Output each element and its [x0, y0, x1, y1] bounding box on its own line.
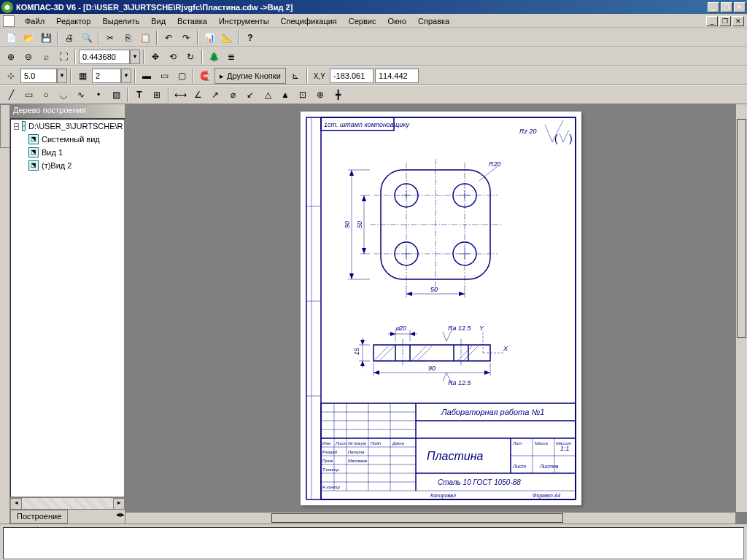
tree-hscroll[interactable]: ◂ ▸: [10, 497, 125, 509]
magnet-icon[interactable]: 🧲: [197, 68, 213, 84]
rough-icon[interactable]: △: [260, 87, 276, 103]
dim-linear-icon[interactable]: ⟷: [172, 87, 188, 103]
tree-item[interactable]: ⬔ Системный вид: [11, 133, 124, 146]
style2-icon[interactable]: ▭: [156, 68, 172, 84]
svg-text:Листов: Листов: [539, 464, 559, 469]
mdi-minimize[interactable]: _: [706, 16, 718, 26]
side-tab[interactable]: [0, 104, 10, 148]
axis-icon[interactable]: ╋: [330, 87, 346, 103]
coord-y[interactable]: [375, 69, 419, 83]
zoom-input[interactable]: [79, 50, 130, 64]
zoom-fit-icon[interactable]: ⛶: [55, 49, 71, 65]
svg-text:Н.контр: Н.контр: [322, 485, 340, 489]
ortho-icon[interactable]: ⊾: [287, 68, 303, 84]
scroll-right[interactable]: ▸: [113, 498, 125, 510]
dim-diam-icon[interactable]: ⌀: [225, 87, 241, 103]
text-icon[interactable]: T: [131, 87, 147, 103]
tree-item[interactable]: ⬔ (т)Вид 2: [11, 159, 124, 172]
refresh-icon[interactable]: ↻: [182, 49, 198, 65]
properties-icon[interactable]: 📊: [201, 30, 217, 46]
tree-body[interactable]: − ▫ D:\USER_3\JURTSCHE\R ⬔ Системный вид…: [10, 119, 125, 497]
open-icon[interactable]: 📂: [20, 30, 36, 46]
svg-line-56: [463, 346, 478, 361]
grid-dropdown[interactable]: ▼: [57, 69, 67, 83]
hatch-icon[interactable]: ▨: [108, 87, 124, 103]
zoom-in-icon[interactable]: ⊕: [3, 49, 19, 65]
output-text[interactable]: [3, 527, 744, 559]
save-icon[interactable]: 💾: [38, 30, 54, 46]
menu-insert[interactable]: Вставка: [171, 15, 213, 27]
svg-text:Пров: Пров: [322, 459, 333, 463]
tree-root[interactable]: − ▫ D:\USER_3\JURTSCHE\R: [11, 120, 124, 133]
hscrollbar[interactable]: [125, 512, 735, 524]
arc-icon[interactable]: ◡: [55, 87, 71, 103]
mdi-restore[interactable]: ❐: [719, 16, 731, 26]
redo-icon[interactable]: ↷: [178, 30, 194, 46]
new-icon[interactable]: 📄: [3, 30, 19, 46]
cut-icon[interactable]: ✂: [102, 30, 118, 46]
menu-file[interactable]: Файл: [19, 15, 50, 27]
line-icon[interactable]: ╱: [3, 87, 19, 103]
help-icon[interactable]: ?: [242, 30, 258, 46]
maximize-button[interactable]: ❐: [721, 2, 732, 12]
preview-icon[interactable]: 🔍: [79, 30, 95, 46]
leader-icon[interactable]: ↙: [242, 87, 258, 103]
print-icon[interactable]: 🖨: [61, 30, 77, 46]
dim-radius-icon[interactable]: ↗: [207, 87, 223, 103]
layer-dropdown[interactable]: ▼: [121, 69, 131, 83]
zoom-dropdown[interactable]: ▼: [130, 50, 140, 64]
paste-icon[interactable]: 📋: [137, 30, 153, 46]
grid-input[interactable]: [20, 69, 57, 83]
layer-input[interactable]: [92, 69, 121, 83]
point-icon[interactable]: •: [90, 87, 107, 103]
tolerance-icon[interactable]: ⊡: [295, 87, 311, 103]
menu-window[interactable]: Окно: [382, 15, 412, 27]
base-icon[interactable]: ▲: [277, 87, 293, 103]
svg-text:Матвеев: Матвеев: [348, 459, 367, 463]
tree-icon[interactable]: 🌲: [206, 49, 222, 65]
style1-icon[interactable]: ▬: [139, 68, 155, 84]
svg-text:Ra 12.5: Ra 12.5: [448, 324, 472, 332]
zoom-out-icon[interactable]: ⊖: [20, 49, 36, 65]
style3-icon[interactable]: ▢: [174, 68, 190, 84]
svg-text:Разраб: Разраб: [322, 450, 338, 454]
other-buttons[interactable]: ▸Другие Кнопки: [214, 68, 286, 84]
snap-icon[interactable]: ⊹: [3, 68, 19, 84]
drawing-sheet: 1ст. штамп компоновщику Rz 20 ( ): [301, 112, 581, 505]
mdi-close[interactable]: ✕: [732, 16, 744, 26]
layers-icon[interactable]: ≣: [223, 49, 239, 65]
zoom-window-icon[interactable]: ⌕: [38, 49, 54, 65]
menu-tools[interactable]: Инструменты: [213, 15, 275, 27]
minimize-button[interactable]: _: [708, 2, 719, 12]
coord-x[interactable]: [330, 69, 374, 83]
tree-tab[interactable]: Построение: [10, 510, 68, 524]
collapse-icon[interactable]: −: [14, 123, 19, 130]
zoom-prev-icon[interactable]: ⟲: [165, 49, 181, 65]
menu-edit[interactable]: Редактор: [50, 15, 96, 27]
svg-text:№ докум: № докум: [348, 441, 366, 446]
scroll-left[interactable]: ◂: [10, 498, 22, 510]
menu-service[interactable]: Сервис: [343, 15, 382, 27]
svg-marker-67: [484, 370, 490, 375]
table-icon[interactable]: ⊞: [149, 87, 165, 103]
spline-icon[interactable]: ∿: [73, 87, 89, 103]
menu-help[interactable]: Справка: [412, 15, 455, 27]
menu-spec[interactable]: Спецификация: [275, 15, 343, 27]
centerline-icon[interactable]: ⊕: [312, 87, 328, 103]
menu-view[interactable]: Вид: [145, 15, 171, 27]
close-button[interactable]: ✕: [734, 2, 746, 12]
pan-icon[interactable]: ✥: [147, 49, 163, 65]
tree-item[interactable]: ⬔ Вид 1: [11, 146, 124, 159]
canvas[interactable]: 1ст. штамп компоновщику Rz 20 ( ): [125, 104, 747, 524]
dim-angle-icon[interactable]: ∠: [190, 87, 206, 103]
vscrollbar[interactable]: [735, 104, 747, 512]
variables-icon[interactable]: 📐: [219, 30, 235, 46]
copy-icon[interactable]: ⎘: [120, 30, 136, 46]
view-icon: ⬔: [28, 134, 39, 144]
rect-icon[interactable]: ▭: [20, 87, 36, 103]
undo-icon[interactable]: ↶: [160, 30, 177, 46]
menu-select[interactable]: Выделить: [96, 15, 145, 27]
layer-icon[interactable]: ▦: [74, 68, 90, 84]
tab-scroll-right[interactable]: ▸: [120, 510, 125, 524]
circle-icon[interactable]: ○: [38, 87, 54, 103]
